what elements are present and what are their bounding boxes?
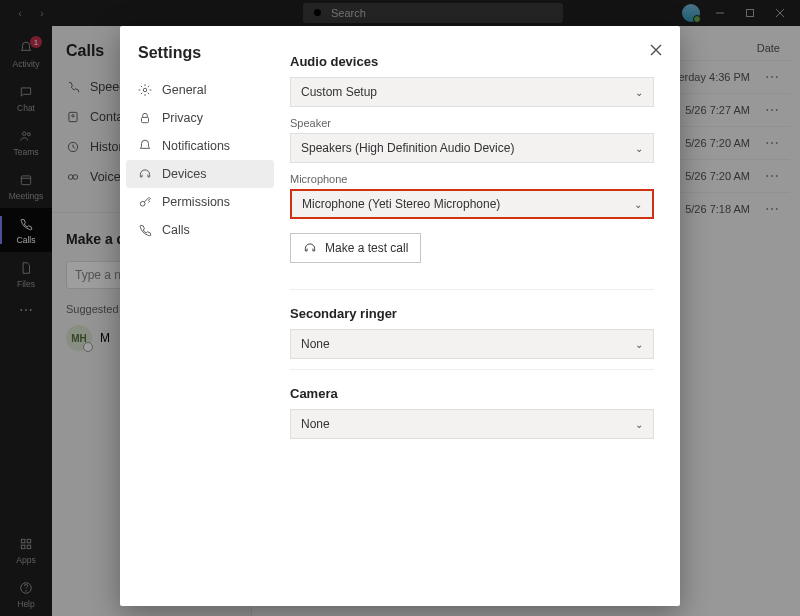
lock-icon <box>138 111 152 125</box>
audio-devices-heading: Audio devices <box>290 54 654 69</box>
make-test-call-button[interactable]: Make a test call <box>290 233 421 263</box>
close-button[interactable] <box>646 40 666 60</box>
category-notifications[interactable]: Notifications <box>120 132 280 160</box>
phone-icon <box>138 223 152 237</box>
secondary-ringer-dropdown[interactable]: None ⌄ <box>290 329 654 359</box>
dropdown-value: None <box>301 337 330 351</box>
chevron-down-icon: ⌄ <box>635 339 643 350</box>
bell-icon <box>138 139 152 153</box>
category-label: Permissions <box>162 195 230 209</box>
category-privacy[interactable]: Privacy <box>120 104 280 132</box>
gear-icon <box>138 83 152 97</box>
category-general[interactable]: General <box>120 76 280 104</box>
speaker-dropdown[interactable]: Speakers (High Definition Audio Device) … <box>290 133 654 163</box>
category-label: General <box>162 83 206 97</box>
dropdown-value: None <box>301 417 330 431</box>
microphone-dropdown[interactable]: Microphone (Yeti Stereo Microphone) ⌄ <box>290 189 654 219</box>
category-label: Calls <box>162 223 190 237</box>
chevron-down-icon: ⌄ <box>635 419 643 430</box>
settings-content: Audio devices Custom Setup ⌄ Speaker Spe… <box>280 26 680 606</box>
category-devices[interactable]: Devices <box>126 160 274 188</box>
audio-device-dropdown[interactable]: Custom Setup ⌄ <box>290 77 654 107</box>
secondary-ringer-heading: Secondary ringer <box>290 306 654 321</box>
divider <box>290 289 654 290</box>
button-label: Make a test call <box>325 241 408 255</box>
divider <box>290 369 654 370</box>
headset-icon <box>303 241 317 255</box>
camera-dropdown[interactable]: None ⌄ <box>290 409 654 439</box>
headset-icon <box>138 167 152 181</box>
category-label: Devices <box>162 167 206 181</box>
chevron-down-icon: ⌄ <box>635 143 643 154</box>
category-permissions[interactable]: Permissions <box>120 188 280 216</box>
key-icon <box>138 195 152 209</box>
settings-title: Settings <box>120 44 280 76</box>
chevron-down-icon: ⌄ <box>634 199 642 210</box>
category-calls[interactable]: Calls <box>120 216 280 244</box>
settings-categories: Settings General Privacy Notifications D… <box>120 26 280 606</box>
category-label: Notifications <box>162 139 230 153</box>
close-icon <box>650 44 662 56</box>
dropdown-value: Custom Setup <box>301 85 377 99</box>
category-label: Privacy <box>162 111 203 125</box>
speaker-label: Speaker <box>290 117 654 129</box>
camera-heading: Camera <box>290 386 654 401</box>
svg-point-23 <box>140 201 145 206</box>
dropdown-value: Speakers (High Definition Audio Device) <box>301 141 514 155</box>
svg-rect-22 <box>142 117 149 122</box>
microphone-label: Microphone <box>290 173 654 185</box>
dropdown-value: Microphone (Yeti Stereo Microphone) <box>302 197 500 211</box>
svg-point-21 <box>143 88 147 92</box>
settings-modal: Settings General Privacy Notifications D… <box>120 26 680 606</box>
chevron-down-icon: ⌄ <box>635 87 643 98</box>
